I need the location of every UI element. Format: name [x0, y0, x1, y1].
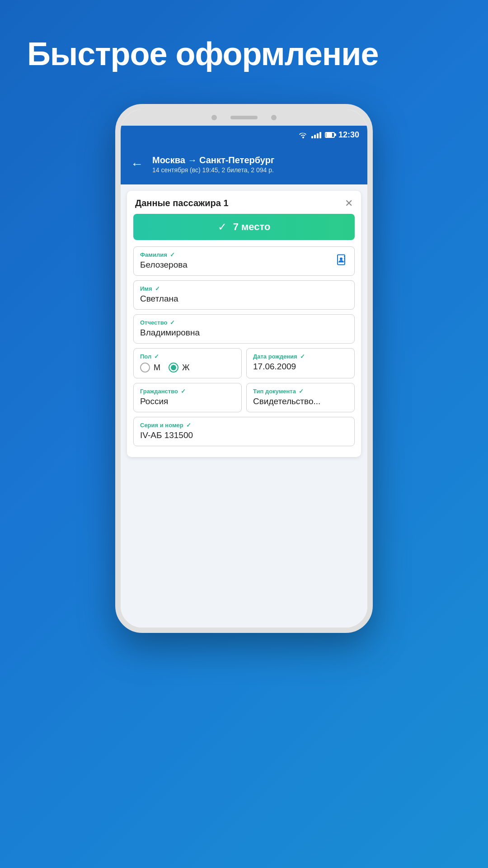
card-title: Данные пассажира 1 — [135, 198, 229, 208]
gender-f-radio[interactable] — [169, 363, 178, 373]
doc-type-value: Свидетельство... — [253, 396, 348, 406]
serial-label: Серия и номер ✓ — [140, 422, 348, 429]
first-name-value: Светлана — [140, 294, 348, 304]
svg-point-1 — [340, 257, 343, 260]
last-name-label: Фамилия ✓ — [140, 251, 348, 258]
seat-button[interactable]: ✓ 7 место — [133, 214, 355, 240]
doc-type-field[interactable]: Тип документа ✓ Свидетельство... — [246, 383, 355, 412]
phone-mockup: 12:30 ← Москва → Санкт-Петербург 14 сент… — [115, 104, 373, 737]
gender-m-radio[interactable] — [140, 363, 150, 373]
middle-name-value: Владимировна — [140, 328, 348, 338]
gender-label: Пол ✓ — [140, 353, 235, 360]
first-name-label: Имя ✓ — [140, 285, 348, 292]
gender-options: М Ж — [140, 363, 235, 373]
citizenship-field[interactable]: Гражданство ✓ Россия — [133, 383, 242, 412]
birthdate-value: 17.06.2009 — [253, 362, 348, 372]
page-title: Быстрое оформление — [27, 36, 378, 72]
close-button[interactable]: ✕ — [345, 198, 353, 208]
last-name-check: ✓ — [170, 251, 175, 258]
wifi-icon — [299, 131, 308, 138]
camera-dot-2 — [271, 115, 277, 120]
back-button[interactable]: ← — [128, 154, 146, 174]
gender-m-option[interactable]: М — [140, 363, 160, 373]
header-info: Москва → Санкт-Петербург 14 сентября (вс… — [152, 155, 274, 174]
gender-check: ✓ — [154, 353, 159, 360]
first-name-field[interactable]: Имя ✓ Светлана — [133, 280, 355, 310]
speaker-bar — [230, 116, 258, 119]
last-name-field[interactable]: Фамилия ✓ Белозерова — [133, 246, 355, 276]
gender-f-option[interactable]: Ж — [169, 363, 190, 373]
status-bar: 12:30 — [121, 126, 367, 144]
middle-name-field[interactable]: Отчество ✓ Владимировна — [133, 314, 355, 344]
doc-type-label: Тип документа ✓ — [253, 388, 348, 395]
camera-dot — [211, 115, 217, 120]
gender-f-radio-inner — [171, 365, 176, 370]
header-details: 14 сентября (вс) 19:45, 2 билета, 2 094 … — [152, 166, 274, 174]
gender-f-label: Ж — [182, 363, 190, 373]
citizenship-doctype-row: Гражданство ✓ Россия Тип документа ✓ Сви… — [133, 383, 355, 412]
seat-label: 7 место — [233, 221, 271, 233]
citizenship-check: ✓ — [181, 388, 186, 395]
citizenship-label: Гражданство ✓ — [140, 388, 235, 395]
app-header: ← Москва → Санкт-Петербург 14 сентября (… — [121, 144, 367, 184]
contact-book-icon[interactable] — [335, 253, 348, 269]
last-name-value: Белозерова — [140, 260, 348, 270]
gender-field[interactable]: Пол ✓ М — [133, 348, 242, 378]
card-header: Данные пассажира 1 ✕ — [127, 191, 361, 214]
signal-icon — [311, 131, 321, 138]
gender-birthdate-row: Пол ✓ М — [133, 348, 355, 378]
app-content: Данные пассажира 1 ✕ ✓ 7 место Фамилия ✓ — [121, 184, 367, 627]
first-name-check: ✓ — [155, 285, 160, 292]
serial-check: ✓ — [186, 422, 191, 429]
seat-check-icon: ✓ — [218, 221, 227, 233]
serial-field[interactable]: Серия и номер ✓ IV-АБ 131500 — [133, 417, 355, 446]
birthdate-check: ✓ — [300, 353, 305, 360]
middle-name-check: ✓ — [170, 319, 175, 326]
status-time: 12:30 — [338, 130, 359, 140]
form-section: Фамилия ✓ Белозерова — [127, 246, 361, 457]
phone-shell: 12:30 ← Москва → Санкт-Петербург 14 сент… — [115, 104, 373, 633]
passenger-card: Данные пассажира 1 ✕ ✓ 7 место Фамилия ✓ — [127, 191, 361, 457]
birthdate-label: Дата рождения ✓ — [253, 353, 348, 360]
middle-name-label: Отчество ✓ — [140, 319, 348, 326]
doc-type-check: ✓ — [299, 388, 304, 395]
citizenship-value: Россия — [140, 396, 235, 406]
birthdate-field[interactable]: Дата рождения ✓ 17.06.2009 — [246, 348, 355, 378]
battery-icon — [325, 132, 335, 138]
gender-m-label: М — [154, 363, 160, 373]
phone-top-bar — [121, 109, 367, 126]
status-icons: 12:30 — [299, 130, 359, 140]
serial-value: IV-АБ 131500 — [140, 430, 348, 440]
header-route: Москва → Санкт-Петербург — [152, 155, 274, 165]
